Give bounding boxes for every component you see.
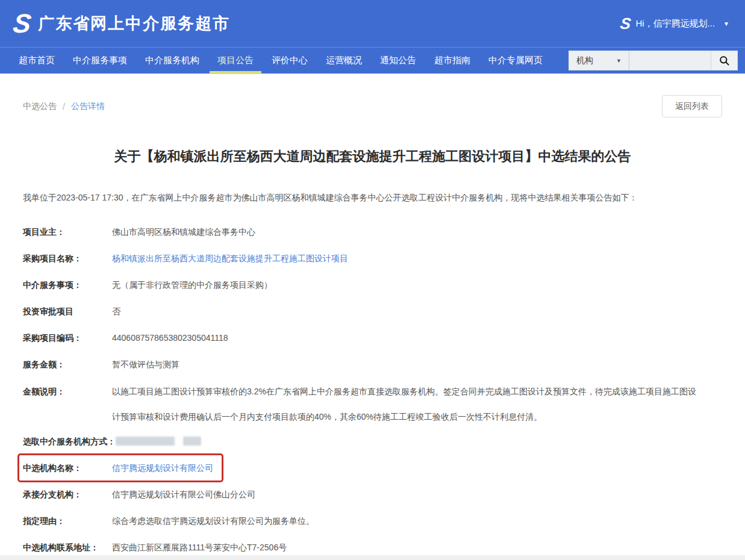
field-value: 综合考虑选取信宇腾远规划设计有限公司为服务单位。 (112, 516, 314, 526)
field-value: 以施工项目施工图设计预算审核价的3.2%在广东省网上中介服务超市直接选取服务机构… (112, 379, 702, 429)
field-row-investment-approval: 投资审批项目 否 (23, 306, 722, 317)
nav-item-home[interactable]: 超市首页 (10, 48, 64, 74)
field-value: 信宇腾远规划设计有限公司佛山分公司 (112, 490, 255, 500)
user-greeting: Hi，信宇腾远规划... (635, 18, 715, 30)
chevron-down-icon: ▼ (723, 20, 729, 27)
field-label: 采购项目编码： (23, 333, 112, 344)
field-row-selected-agency: 中选机构名称： 信宇腾远规划设计有限公司 (23, 463, 722, 474)
field-value: 4406087578653802305041118 (112, 333, 228, 343)
field-row-service-item: 中介服务事项： 无（属于非行政管理的中介服务项目采购） (23, 280, 722, 291)
field-value: 佛山市高明区杨和镇城建综合事务中心 (112, 227, 255, 237)
field-row-project-owner: 项目业主： 佛山市高明区杨和镇城建综合事务中心 (23, 227, 722, 238)
field-row-selection-method: 选取中介服务机构方式： (23, 437, 722, 447)
field-row-agency-address: 中选机构联系地址： 西安曲江新区雁展路1111号莱安中心T7-2506号 (23, 543, 722, 553)
field-value: 无（属于非行政管理的中介服务项目采购） (112, 280, 272, 290)
nav-item-agencies[interactable]: 中介服务机构 (136, 48, 208, 74)
field-value: 暂不做评估与测算 (112, 359, 179, 370)
breadcrumb-parent[interactable]: 中选公告 (23, 101, 57, 112)
search-bar: 机构 ▼ (569, 51, 738, 70)
field-row-amount-description: 金额说明： 以施工项目施工图设计预算审核价的3.2%在广东省网上中介服务超市直接… (23, 379, 722, 429)
field-label: 选取中介服务机构方式： (23, 437, 116, 447)
announcement-fields: 项目业主： 佛山市高明区杨和镇城建综合事务中心 采购项目名称： 杨和镇派出所至杨… (23, 227, 722, 560)
nav-items: 超市首页 中介服务事项 中介服务机构 项目公告 评价中心 运营概况 通知公告 超… (10, 48, 552, 74)
redacted-value (116, 437, 201, 446)
announcement-title: 关于【杨和镇派出所至杨西大道周边配套设施提升工程施工图设计项目】中选结果的公告 (23, 148, 722, 166)
field-row-designation-reason: 指定理由： 综合考虑选取信宇腾远规划设计有限公司为服务单位。 (23, 516, 722, 527)
nav-item-operations-overview[interactable]: 运营概况 (317, 48, 371, 74)
field-label: 中介服务事项： (23, 280, 112, 291)
site-title: 广东省网上中介服务超市 (38, 13, 230, 34)
search-category-select[interactable]: 机构 ▼ (569, 51, 629, 70)
field-row-project-code: 采购项目编码： 4406087578653802305041118 (23, 333, 722, 344)
nav-item-agency-pages[interactable]: 中介专属网页 (479, 48, 552, 74)
field-label: 中选机构名称： (23, 463, 112, 474)
breadcrumb: 中选公告 / 公告详情 (23, 101, 105, 112)
site-branding[interactable]: S 广东省网上中介服务超市 (13, 10, 230, 37)
search-category-value: 机构 (576, 55, 593, 66)
site-header: S 广东省网上中介服务超市 S Hi，信宇腾远规划... ▼ (0, 0, 745, 47)
breadcrumb-current: 公告详情 (71, 101, 105, 112)
nav-item-evaluation-center[interactable]: 评价中心 (263, 48, 317, 74)
nav-item-notices[interactable]: 通知公告 (371, 48, 425, 74)
field-value: 否 (112, 306, 120, 317)
nav-item-service-items[interactable]: 中介服务事项 (64, 48, 136, 74)
field-label: 投资审批项目 (23, 306, 112, 317)
redacted-block (183, 437, 201, 446)
field-label: 指定理由： (23, 516, 112, 527)
announcement-intro: 我单位于2023-05-17 17:30，在广东省网上中介服务超市为佛山市高明区… (23, 191, 722, 204)
project-name-link[interactable]: 杨和镇派出所至杨西大道周边配套设施提升工程施工图设计项目 (112, 254, 348, 264)
field-label: 服务金额： (23, 359, 112, 370)
field-label: 项目业主： (23, 227, 112, 238)
search-button[interactable] (711, 51, 737, 70)
page-content: 中选公告 / 公告详情 返回列表 关于【杨和镇派出所至杨西大道周边配套设施提升工… (0, 95, 745, 560)
field-label: 采购项目名称： (23, 254, 112, 264)
search-icon (719, 55, 730, 66)
breadcrumb-separator: / (63, 102, 65, 111)
nav-item-guide[interactable]: 超市指南 (425, 48, 479, 74)
footer-strip (0, 555, 745, 560)
breadcrumb-row: 中选公告 / 公告详情 返回列表 (23, 95, 722, 117)
field-value: 西安曲江新区雁展路1111号莱安中心T7-2506号 (112, 543, 287, 553)
field-label: 承接分支机构： (23, 490, 112, 500)
field-row-branch-agency: 承接分支机构： 信宇腾远规划设计有限公司佛山分公司 (23, 490, 722, 500)
main-nav: 超市首页 中介服务事项 中介服务机构 项目公告 评价中心 运营概况 通知公告 超… (0, 47, 745, 73)
search-input[interactable] (629, 51, 711, 70)
field-label: 金额说明： (23, 379, 112, 404)
nav-item-project-announcements[interactable]: 项目公告 (208, 48, 263, 74)
selected-agency-link[interactable]: 信宇腾远规划设计有限公司 (112, 463, 213, 473)
user-org-logo-icon: S (619, 16, 631, 31)
field-label: 中选机构联系地址： (23, 543, 112, 553)
back-to-list-button[interactable]: 返回列表 (662, 95, 722, 117)
redacted-block (116, 437, 175, 446)
user-menu[interactable]: S Hi，信宇腾远规划... ▼ (620, 16, 729, 31)
site-logo-icon: S (11, 10, 32, 37)
field-row-project-name: 采购项目名称： 杨和镇派出所至杨西大道周边配套设施提升工程施工图设计项目 (23, 254, 722, 264)
chevron-down-icon: ▼ (616, 58, 622, 64)
field-row-service-amount: 服务金额： 暂不做评估与测算 (23, 359, 722, 370)
